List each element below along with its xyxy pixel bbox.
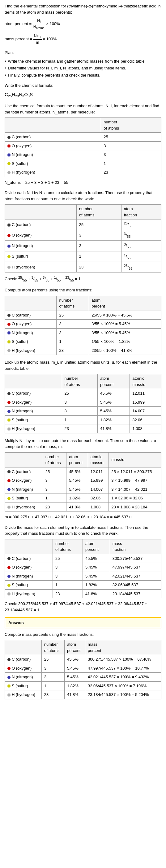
atoms-cell: 23 xyxy=(56,346,89,355)
fraction-cell: 1/55 xyxy=(121,251,161,261)
atoms-cell: 3 xyxy=(62,407,97,416)
element-cell: H (hydrogen) xyxy=(5,690,42,700)
table-row: H (hydrogen) 23 41.8% 1.008 23 × 1.008 =… xyxy=(5,502,161,512)
percent-cell: 23/55 × 100% = 41.8% xyxy=(89,346,161,355)
percent-cell: 5.45% xyxy=(98,407,130,416)
mass-fractions-table: numberof atoms atompercent massfraction … xyxy=(5,539,161,599)
col-atom-percent: atompercent xyxy=(98,374,130,389)
element-cell: S (sulfur) xyxy=(5,337,56,346)
element-cell: N (nitrogen) xyxy=(5,485,43,494)
col-num-atoms: numberof atoms xyxy=(62,374,97,389)
molecular-mass-table: numberof atoms atompercent atomicmass/u … xyxy=(5,452,161,512)
mass-cell: 14.007 xyxy=(88,485,109,494)
atoms-cell: 25 xyxy=(53,554,83,563)
fraction-cell: 25/55 xyxy=(121,219,161,230)
step3-section: Compute atom percents using the atom fra… xyxy=(5,287,161,355)
table-row: S (sulfur) 1 1/55 xyxy=(5,251,161,261)
table-row: S (sulfur) 1 1/55 × 100% = 1.82% xyxy=(5,337,161,346)
step6-header: Divide the mass for each element by m to… xyxy=(5,525,161,537)
percent-cell: 5.45% xyxy=(83,571,110,581)
col-num-atoms: numberof atoms xyxy=(101,118,161,133)
chemical-formula: C25H23N3O3S xyxy=(5,91,161,99)
element-cell: O (oxygen) xyxy=(5,563,53,572)
mass-cell: 1.008 xyxy=(88,502,109,512)
element-cell: O (oxygen) xyxy=(5,230,77,241)
col-element xyxy=(5,452,43,467)
step2-section: Divide each N_i by N_atoms to calculate … xyxy=(5,190,161,283)
table-row: C (carbon) 25 25/55 xyxy=(5,219,161,230)
atoms-cell: 3 xyxy=(101,150,161,159)
table-row: C (carbon) 25 xyxy=(5,133,161,142)
frac-cell: 47.997/445.537 xyxy=(110,563,161,572)
step3-header: Compute atom percents using the atom fra… xyxy=(5,287,161,293)
element-cell: O (oxygen) xyxy=(5,476,43,485)
table-row: O (oxygen) 3 5.45% 15.999 xyxy=(5,398,161,407)
table-row: O (oxygen) 3 3/55 × 100% = 5.45% xyxy=(5,320,161,329)
step6-section: Divide the mass for each element by m to… xyxy=(5,525,161,613)
col-atomic-mass: atomicmass/u xyxy=(88,452,109,467)
col-num-atoms: numberof atoms xyxy=(41,640,64,655)
element-cell: S (sulfur) xyxy=(5,681,42,690)
atoms-cell: 3 xyxy=(43,476,67,485)
atoms-cell: 25 xyxy=(41,655,64,664)
mass-cell: 12.011 xyxy=(130,389,161,398)
mass-pct-cell: 300.275/445.537 × 100% = 67.40% xyxy=(85,655,161,664)
frac-cell: 23.184/445.537 xyxy=(110,589,161,598)
col-num-atoms: numberof atoms xyxy=(53,539,83,554)
element-cell: H (hydrogen) xyxy=(5,261,77,272)
plan-step-3: Finally, compute the percents and check … xyxy=(5,72,161,79)
atoms-cell: 3 xyxy=(41,673,64,682)
table-row: N (nitrogen) 3 3/55 × 100% = 5.45% xyxy=(5,328,161,337)
total-mass-cell: 23 × 1.008 = 23.184 xyxy=(109,502,161,512)
table-row: H (hydrogen) 23 xyxy=(5,168,161,177)
n-atoms-equation: N_atoms = 25 + 3 + 3 + 1 + 23 = 55 xyxy=(5,180,161,186)
element-cell: O (oxygen) xyxy=(5,142,101,150)
element-cell: H (hydrogen) xyxy=(5,168,101,177)
step4-section: Look up the atomic mass, m_i, in unified… xyxy=(5,359,161,433)
formula-section: Write the chemical formula: C25H23N3O3S xyxy=(5,83,161,99)
col-atom-percent: atompercent xyxy=(67,452,88,467)
atoms-table: numberof atoms C (carbon) 25 O (oxygen) … xyxy=(5,118,161,177)
molecular-mass-equation: m = 300.275 u + 47.997 u + 42.021 u + 32… xyxy=(5,514,161,520)
table-row: N (nitrogen) 3 3/55 xyxy=(5,241,161,251)
percent-cell: 5.45% xyxy=(64,664,85,673)
element-cell: N (nitrogen) xyxy=(5,150,101,159)
intro-section: Find the elemental composition for (triy… xyxy=(5,3,161,45)
element-cell: S (sulfur) xyxy=(5,159,101,168)
table-row: S (sulfur) 1 1.82% 32.06 xyxy=(5,415,161,424)
fraction-cell: 23/55 xyxy=(121,261,161,272)
atoms-cell: 23 xyxy=(76,261,121,272)
col-num-atoms: numberof atoms xyxy=(56,296,89,311)
element-cell: C (carbon) xyxy=(5,554,53,563)
element-cell: N (nitrogen) xyxy=(5,328,56,337)
atoms-cell: 1 xyxy=(53,581,83,590)
percent-cell: 41.8% xyxy=(67,502,88,512)
table-row: S (sulfur) 1 1.82% 32.06/445.537 × 100% … xyxy=(5,681,161,690)
element-cell: C (carbon) xyxy=(5,311,56,320)
col-atom-percent: atompercent xyxy=(64,640,85,655)
table-row: C (carbon) 25 45.5% 12.011 xyxy=(5,389,161,398)
table-row: S (sulfur) 1 1.82% 32.06/445.537 xyxy=(5,581,161,590)
total-mass-cell: 3 × 15.999 = 47.997 xyxy=(109,476,161,485)
plan-header: Plan: xyxy=(5,50,161,56)
percent-cell: 41.8% xyxy=(83,589,110,598)
fraction-cell: 3/55 xyxy=(121,241,161,251)
percent-cell: 41.8% xyxy=(98,424,130,433)
element-cell: O (oxygen) xyxy=(5,664,42,673)
atoms-cell: 23 xyxy=(43,502,67,512)
element-cell: C (carbon) xyxy=(5,133,101,142)
step5-section: Multiply N_i by m_i to compute the mass … xyxy=(5,438,161,520)
mass-pct-cell: 42.021/445.537 × 100% = 9.432% xyxy=(85,673,161,682)
percent-cell: 25/55 × 100% = 45.5% xyxy=(89,311,161,320)
total-mass-cell: 1 × 32.06 = 32.06 xyxy=(109,494,161,503)
percent-cell: 5.45% xyxy=(98,398,130,407)
percent-cell: 5.45% xyxy=(64,673,85,682)
col-element xyxy=(5,539,53,554)
col-mass-percent: masspercent xyxy=(85,640,161,655)
col-num-atoms: numberof atoms xyxy=(76,205,121,219)
element-cell: N (nitrogen) xyxy=(5,571,53,581)
mass-percent-formula: mass percent = Nimim × 100% xyxy=(5,33,161,45)
atoms-cell: 23 xyxy=(41,690,64,700)
atom-fractions-table: numberof atoms atomfraction C (carbon) 2… xyxy=(5,204,161,273)
table-row: C (carbon) 25 45.5% 300.275/445.537 × 10… xyxy=(5,655,161,664)
